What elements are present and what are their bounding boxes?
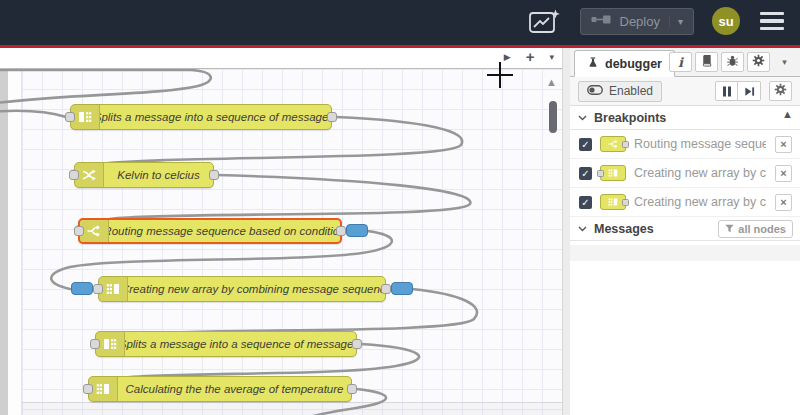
deploy-button[interactable]: Deploy ▾ <box>580 8 695 35</box>
split-icon <box>96 332 125 356</box>
breakpoint-checkbox[interactable]: ✓ <box>579 138 592 151</box>
debugger-enabled-toggle[interactable]: Enabled <box>578 81 662 102</box>
remove-breakpoint-button[interactable]: × <box>775 136 792 153</box>
node-output-port[interactable] <box>347 384 357 394</box>
messages-section-header[interactable]: Messages all nodes <box>570 217 800 241</box>
node-output-port[interactable] <box>381 284 391 294</box>
config-tab-button[interactable] <box>747 52 770 72</box>
node-input-port[interactable] <box>69 170 79 180</box>
deploy-nodes-icon <box>591 13 611 29</box>
node-output-port[interactable] <box>336 226 346 236</box>
chevron-down-icon <box>578 115 587 121</box>
mini-port-output <box>622 199 629 206</box>
crosshair-cursor <box>487 62 513 88</box>
node-output-port[interactable] <box>327 112 337 122</box>
breakpoint-label: Creating new array by combini <box>634 166 766 180</box>
enabled-label: Enabled <box>609 84 653 98</box>
join-icon <box>89 377 118 401</box>
add-flow-button[interactable]: + <box>526 50 535 64</box>
flow-node-kelvin[interactable]: Kelvin to celcius <box>74 162 214 188</box>
canvas-scrollbar-thumb[interactable] <box>549 101 557 133</box>
info-tab-button[interactable]: i <box>669 52 692 72</box>
breakpoint-marker-input[interactable] <box>71 282 93 295</box>
node-mini-icon-join <box>600 165 626 181</box>
sidebar-scroll-up-icon[interactable]: ▲ <box>782 108 793 120</box>
node-label: Routing message sequence based on condit… <box>109 220 340 242</box>
step-button[interactable] <box>738 81 761 101</box>
switch-icon <box>80 220 109 242</box>
flow-canvas[interactable]: Splits a message into a sequence of mess… <box>0 48 562 415</box>
mini-port-output <box>622 141 629 148</box>
main-menu-button[interactable] <box>758 8 786 34</box>
breakpoint-label: Routing message sequence ba <box>634 137 766 151</box>
breakpoints-section-header[interactable]: Breakpoints <box>570 106 800 130</box>
node-input-port[interactable] <box>93 284 103 294</box>
breakpoint-item: ✓Creating new array by combini× <box>570 159 800 188</box>
node-label: Calculating the the average of temperatu… <box>118 377 351 401</box>
join-icon <box>99 277 128 301</box>
messages-title: Messages <box>594 222 654 236</box>
node-output-port[interactable] <box>352 339 362 349</box>
node-mini-icon-switch <box>600 136 626 152</box>
node-output-port[interactable] <box>209 170 219 180</box>
mini-port-input <box>597 170 604 177</box>
gear-icon <box>774 82 787 100</box>
header-bar: Deploy ▾ su <box>0 0 800 48</box>
book-icon <box>700 53 713 71</box>
hamburger-icon <box>760 12 784 15</box>
change-icon <box>75 163 104 187</box>
flow-list-caret-icon[interactable]: ▾ <box>549 52 554 62</box>
breakpoint-item: ✓Creating new array by combini× <box>570 188 800 217</box>
flask-icon <box>587 56 599 72</box>
node-mini-icon-join <box>600 194 626 210</box>
toggle-icon <box>587 84 603 98</box>
user-avatar[interactable]: su <box>712 7 740 35</box>
gear-icon <box>752 53 765 71</box>
breakpoint-marker-output[interactable] <box>346 224 368 237</box>
flow-export-sparkle-icon[interactable] <box>528 7 562 35</box>
step-icon <box>744 86 755 97</box>
sidebar-menu-caret-icon[interactable]: ▾ <box>773 52 796 72</box>
sidebar: debugger i <box>570 48 800 415</box>
breakpoint-checkbox[interactable]: ✓ <box>579 196 592 209</box>
remove-breakpoint-button[interactable]: × <box>775 165 792 182</box>
breakpoint-label: Creating new array by combini <box>634 195 766 209</box>
flow-node-switch[interactable]: Routing message sequence based on condit… <box>78 218 342 244</box>
breakpoint-checkbox[interactable]: ✓ <box>579 167 592 180</box>
filter-funnel-icon <box>725 224 734 233</box>
node-input-port[interactable] <box>65 112 75 122</box>
breakpoint-marker-output[interactable] <box>391 282 413 295</box>
sidebar-tab-bar: debugger i <box>570 48 800 77</box>
debugger-settings-button[interactable] <box>769 81 792 101</box>
bug-icon <box>726 53 739 71</box>
message-filter-button[interactable]: all nodes <box>718 220 793 238</box>
pause-button[interactable] <box>715 81 738 101</box>
chevron-down-icon <box>578 226 587 232</box>
filter-label: all nodes <box>738 223 786 235</box>
flow-tab-bar[interactable]: ▶ + ▾ <box>0 48 562 69</box>
flow-node-join1[interactable]: Creating new array by combining message … <box>98 276 386 302</box>
split-icon <box>71 105 100 129</box>
node-label: Kelvin to celcius <box>104 163 213 187</box>
node-label: Creating new array by combining message … <box>128 277 385 301</box>
node-input-port[interactable] <box>90 339 100 349</box>
help-tab-button[interactable] <box>695 52 718 72</box>
remove-breakpoint-button[interactable]: × <box>775 194 792 211</box>
sidebar-splitter[interactable] <box>562 48 570 415</box>
flow-node-split2[interactable]: Splits a message into a sequence of mess… <box>95 331 357 357</box>
node-input-port[interactable] <box>74 226 84 236</box>
flow-node-avg[interactable]: Calculating the the average of temperatu… <box>88 376 352 402</box>
tab-scroll-right-icon[interactable]: ▶ <box>504 52 511 62</box>
debug-tab-button[interactable] <box>721 52 744 72</box>
wire <box>0 70 211 104</box>
node-input-port[interactable] <box>83 384 93 394</box>
deploy-caret-icon[interactable]: ▾ <box>669 16 683 27</box>
pause-icon <box>722 86 732 97</box>
node-label: Splits a message into a sequence of mess… <box>100 105 331 129</box>
breakpoint-item: ✓Routing message sequence ba× <box>570 130 800 159</box>
canvas-scroll-up-icon[interactable]: ▲ <box>546 76 557 88</box>
tab-debugger[interactable]: debugger <box>574 50 675 77</box>
wire <box>0 111 66 117</box>
flow-node-split1[interactable]: Splits a message into a sequence of mess… <box>70 104 332 130</box>
messages-empty-area <box>570 245 800 261</box>
